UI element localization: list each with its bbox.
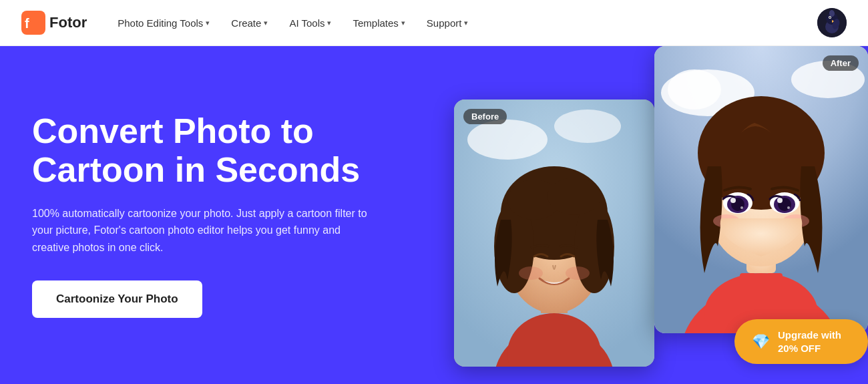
chevron-down-icon: ▾ [401,19,405,27]
hero-section: Convert Photo to Cartoon in Seconds 100%… [0,46,868,384]
chevron-down-icon: ▾ [327,19,331,27]
svg-text:f: f [25,16,29,31]
fotor-logo-icon: f [21,11,45,35]
chevron-down-icon: ▾ [464,19,468,27]
svg-point-45 [777,198,783,203]
svg-point-22 [519,266,543,280]
before-label: Before [463,109,507,124]
before-photo [454,100,654,367]
nav-item-ai-tools[interactable]: AI Tools ▾ [280,12,341,34]
after-cartoon [654,46,868,333]
cartoonize-button[interactable]: Cartoonize Your Photo [32,280,202,318]
after-label: After [823,55,859,71]
svg-point-41 [740,206,743,209]
svg-point-40 [730,198,736,203]
nav-item-support[interactable]: Support ▾ [417,12,478,34]
hero-title: Convert Photo to Cartoon in Seconds [32,112,446,188]
svg-point-21 [548,178,601,215]
nav-item-photo-editing[interactable]: Photo Editing Tools ▾ [108,12,219,34]
chevron-down-icon: ▾ [206,19,210,27]
svg-point-23 [566,266,590,280]
svg-point-46 [787,206,790,209]
nav-right [817,8,847,37]
svg-point-12 [554,110,621,143]
chevron-down-icon: ▾ [264,19,268,27]
avatar-bird-icon [817,8,847,37]
hero-content: Convert Photo to Cartoon in Seconds 100%… [32,112,446,317]
hero-description: 100% automatically cartoonize your photo… [32,205,379,256]
logo[interactable]: f Fotor [21,11,87,35]
after-card: After [654,46,868,333]
diamond-icon: 💎 [752,333,770,351]
svg-point-11 [467,120,548,160]
nav-item-create[interactable]: Create ▾ [222,12,277,34]
svg-rect-25 [562,323,574,367]
upgrade-banner[interactable]: 💎 Upgrade with 20% OFF [734,319,868,364]
upgrade-text: Upgrade with 20% OFF [778,329,841,355]
before-card: Before [454,100,654,367]
hero-images: Before [454,46,868,384]
navbar: f Fotor Photo Editing Tools ▾ Create ▾ A… [0,0,868,46]
avatar[interactable] [817,8,847,37]
svg-point-28 [668,69,721,110]
svg-point-7 [829,17,831,18]
nav-items: Photo Editing Tools ▾ Create ▾ AI Tools … [108,12,817,34]
logo-text: Fotor [49,14,87,31]
nav-item-templates[interactable]: Templates ▾ [343,12,414,34]
svg-rect-24 [534,323,546,367]
